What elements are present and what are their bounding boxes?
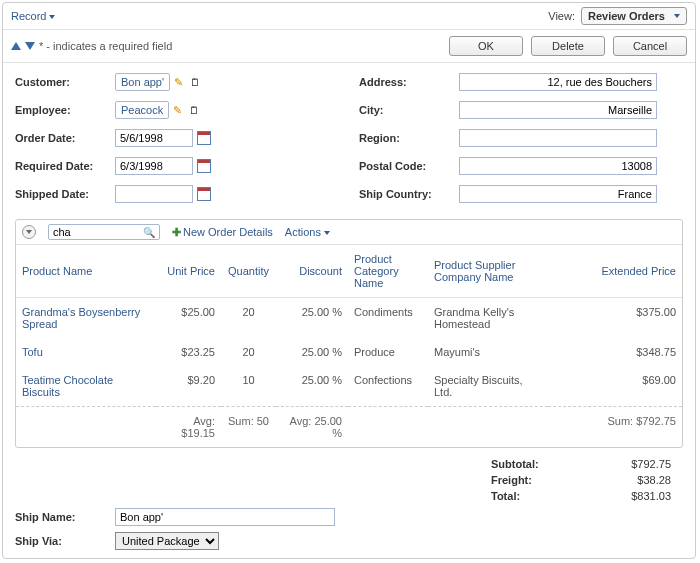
- table-row[interactable]: Tofu$23.252025.00 %ProduceMayumi's$348.7…: [16, 338, 682, 366]
- pencil-icon[interactable]: [174, 76, 186, 88]
- view-label: View:: [548, 10, 575, 22]
- arrow-down-icon[interactable]: [25, 42, 35, 50]
- ship-via-select[interactable]: United Package: [115, 532, 219, 550]
- shipped-date-input[interactable]: [115, 185, 193, 203]
- cell-discount: 25.00 %: [276, 366, 348, 407]
- required-hint: * - indicates a required field: [39, 40, 172, 52]
- chevron-down-icon: [324, 231, 330, 235]
- note-icon[interactable]: [189, 104, 201, 116]
- table-row[interactable]: Grandma's Boysenberry Spread$25.002025.0…: [16, 298, 682, 339]
- summary-avg-disc: Avg: 25.00 %: [276, 407, 348, 448]
- ship-area: Ship Name: Ship Via:United Package: [3, 506, 695, 559]
- action-row-top: * - indicates a required field OK Delete…: [3, 30, 695, 63]
- cell-supplier: Mayumi's: [428, 338, 548, 366]
- view-select[interactable]: Review Orders: [581, 7, 687, 25]
- postal-code-input[interactable]: [459, 157, 657, 175]
- summary-sum-ext: Sum: $792.75: [548, 407, 682, 448]
- customer-lookup[interactable]: Bon app': [115, 73, 170, 91]
- grid-menu-button[interactable]: [22, 225, 36, 239]
- cell-unit-price: $9.20: [156, 366, 221, 407]
- employee-lookup[interactable]: Peacock: [115, 101, 169, 119]
- employee-label: Employee:: [15, 104, 115, 116]
- cell-extended: $375.00: [548, 298, 682, 339]
- address-label: Address:: [359, 76, 459, 88]
- cell-quantity: 20: [221, 338, 276, 366]
- note-icon[interactable]: [190, 76, 202, 88]
- cell-product[interactable]: Grandma's Boysenberry Spread: [16, 298, 156, 339]
- order-details-grid: ✚New Order Details Actions Product Name …: [15, 219, 683, 448]
- total-label: Total:: [491, 490, 561, 502]
- cell-quantity: 10: [221, 366, 276, 407]
- search-icon[interactable]: [143, 226, 155, 238]
- total-value: $831.03: [601, 490, 671, 502]
- view-group: View: Review Orders: [548, 7, 687, 25]
- cell-unit-price: $25.00: [156, 298, 221, 339]
- pencil-icon[interactable]: [173, 104, 185, 116]
- table-row[interactable]: Teatime Chocolate Biscuits$9.201025.00 %…: [16, 366, 682, 407]
- new-order-details-link[interactable]: ✚New Order Details: [172, 226, 273, 239]
- cell-discount: 25.00 %: [276, 338, 348, 366]
- postal-code-label: Postal Code:: [359, 160, 459, 172]
- search-input[interactable]: [53, 226, 143, 238]
- form-col-right: Address: City: Region: Postal Code: Ship…: [359, 71, 683, 211]
- city-input[interactable]: [459, 101, 657, 119]
- calendar-icon[interactable]: [197, 187, 211, 201]
- form-area: Customer:Bon app' Employee:Peacock Order…: [3, 63, 695, 215]
- col-product[interactable]: Product Name: [16, 245, 156, 298]
- col-extended[interactable]: Extended Price: [548, 245, 682, 298]
- summary-avg-price: Avg: $19.15: [156, 407, 221, 448]
- chevron-down-icon: [49, 15, 55, 19]
- order-date-input[interactable]: [115, 129, 193, 147]
- form-col-left: Customer:Bon app' Employee:Peacock Order…: [15, 71, 339, 211]
- record-menu[interactable]: Record: [11, 10, 55, 22]
- col-category[interactable]: Product Category Name: [348, 245, 428, 298]
- cell-category: Produce: [348, 338, 428, 366]
- button-group: OK Delete Cancel: [449, 36, 687, 56]
- ship-country-label: Ship Country:: [359, 188, 459, 200]
- freight-value: $38.28: [601, 474, 671, 486]
- col-supplier[interactable]: Product Supplier Company Name: [428, 245, 548, 298]
- required-date-label: Required Date:: [15, 160, 115, 172]
- ship-via-label: Ship Via:: [15, 535, 115, 547]
- plus-icon: ✚: [172, 226, 181, 238]
- arrow-up-icon[interactable]: [11, 42, 21, 50]
- subtotal-label: Subtotal:: [491, 458, 561, 470]
- cancel-button[interactable]: Cancel: [613, 36, 687, 56]
- region-input[interactable]: [459, 129, 657, 147]
- cell-category: Condiments: [348, 298, 428, 339]
- cell-product[interactable]: Teatime Chocolate Biscuits: [16, 366, 156, 407]
- summary-sum-qty: Sum: 50: [221, 407, 276, 448]
- ok-button[interactable]: OK: [449, 36, 523, 56]
- calendar-icon[interactable]: [197, 131, 211, 145]
- delete-button[interactable]: Delete: [531, 36, 605, 56]
- calendar-icon[interactable]: [197, 159, 211, 173]
- top-bar: Record View: Review Orders: [3, 3, 695, 30]
- cell-discount: 25.00 %: [276, 298, 348, 339]
- cell-extended: $348.75: [548, 338, 682, 366]
- customer-label: Customer:: [15, 76, 115, 88]
- order-form-panel: Record View: Review Orders * - indicates…: [2, 2, 696, 559]
- col-discount[interactable]: Discount: [276, 245, 348, 298]
- order-date-label: Order Date:: [15, 132, 115, 144]
- col-unit-price[interactable]: Unit Price: [156, 245, 221, 298]
- chevron-down-icon: [674, 14, 680, 18]
- actions-menu[interactable]: Actions: [285, 226, 330, 238]
- search-box[interactable]: [48, 224, 160, 240]
- cell-extended: $69.00: [548, 366, 682, 407]
- cell-unit-price: $23.25: [156, 338, 221, 366]
- col-quantity[interactable]: Quantity: [221, 245, 276, 298]
- cell-product[interactable]: Tofu: [16, 338, 156, 366]
- ship-name-label: Ship Name:: [15, 511, 115, 523]
- ship-country-input[interactable]: [459, 185, 657, 203]
- summary-row: Avg: $19.15Sum: 50Avg: 25.00 %Sum: $792.…: [16, 407, 682, 448]
- cell-category: Confections: [348, 366, 428, 407]
- required-date-input[interactable]: [115, 157, 193, 175]
- address-input[interactable]: [459, 73, 657, 91]
- cell-supplier: Specialty Biscuits, Ltd.: [428, 366, 548, 407]
- ship-name-input[interactable]: [115, 508, 335, 526]
- grid-toolbar: ✚New Order Details Actions: [16, 220, 682, 245]
- shipped-date-label: Shipped Date:: [15, 188, 115, 200]
- grid-table: Product Name Unit Price Quantity Discoun…: [16, 245, 682, 447]
- cell-supplier: Grandma Kelly's Homestead: [428, 298, 548, 339]
- subtotal-value: $792.75: [601, 458, 671, 470]
